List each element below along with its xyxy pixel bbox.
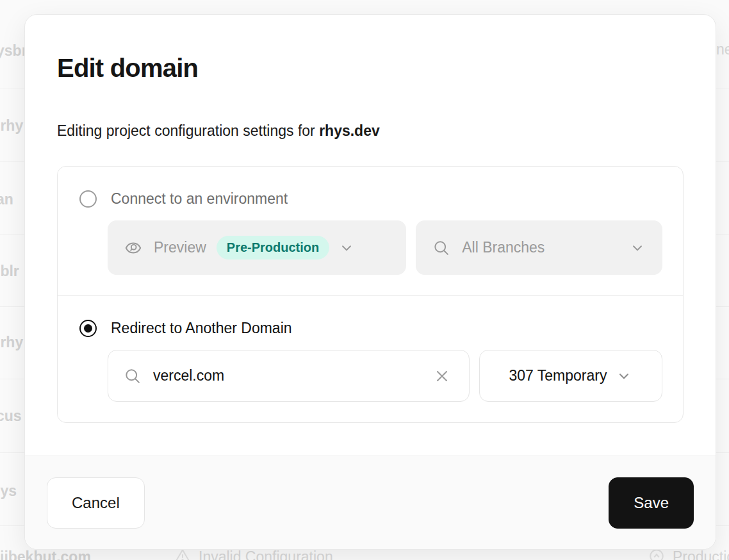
dialog-title: Edit domain: [57, 53, 684, 83]
connect-environment-radio[interactable]: [79, 190, 97, 208]
chevron-down-icon: [616, 368, 632, 384]
chevron-down-icon: [338, 240, 355, 256]
bg-domain-fragment: .blr: [0, 263, 19, 280]
branch-select[interactable]: All Branches: [416, 220, 662, 275]
connect-environment-section: Connect to an environment Preview Pre-Pr: [58, 167, 683, 295]
edit-domain-dialog: Edit domain Editing project configuratio…: [24, 14, 716, 550]
bg-domain-fragment: lys: [0, 482, 17, 500]
clear-input-button[interactable]: [430, 365, 454, 388]
project-domain-name: rhys.dev: [319, 122, 380, 139]
chevron-down-icon: [629, 240, 646, 256]
dialog-subtitle: Editing project configuration settings f…: [57, 121, 684, 140]
bg-domain-name: jibekbut.com: [0, 548, 91, 560]
domain-options-card: Connect to an environment Preview Pre-Pr: [57, 166, 684, 423]
save-button[interactable]: Save: [609, 477, 694, 529]
bg-domain-fragment: .rhy: [0, 117, 23, 135]
bg-domain-fragment: .rhy: [0, 334, 23, 351]
environment-select-value: Preview: [154, 239, 206, 256]
connect-environment-label: Connect to an environment: [111, 190, 288, 208]
redirect-domain-section: Redirect to Another Domain: [58, 296, 683, 422]
dialog-footer: Cancel Save: [25, 456, 716, 549]
redirect-status-value: 307 Temporary: [509, 367, 607, 384]
search-icon: [432, 239, 450, 257]
environment-badge: Pre-Production: [217, 236, 329, 259]
bg-status-text: Invalid Configuration: [199, 548, 333, 560]
branch-select-value: All Branches: [462, 239, 545, 256]
bg-environment-text: Production: [673, 548, 729, 560]
bg-text-fragment: ne: [716, 41, 729, 58]
bg-domain-fragment: an: [0, 191, 13, 208]
redirect-domain-label: Redirect to Another Domain: [111, 319, 292, 337]
cancel-button[interactable]: Cancel: [47, 477, 145, 529]
redirect-domain-input-wrap: [108, 350, 470, 402]
search-icon: [124, 367, 142, 385]
preview-environment-icon: [124, 239, 142, 257]
close-icon: [433, 367, 451, 385]
redirect-domain-input[interactable]: [153, 367, 430, 384]
bg-domain-fragment: ysbr: [0, 42, 28, 60]
redirect-status-select[interactable]: 307 Temporary: [479, 350, 662, 402]
subtitle-text: Editing project configuration settings f…: [57, 122, 319, 139]
redirect-domain-radio[interactable]: [79, 320, 97, 337]
bg-domain-fragment: cus: [0, 408, 22, 425]
environment-select[interactable]: Preview Pre-Production: [108, 220, 406, 275]
